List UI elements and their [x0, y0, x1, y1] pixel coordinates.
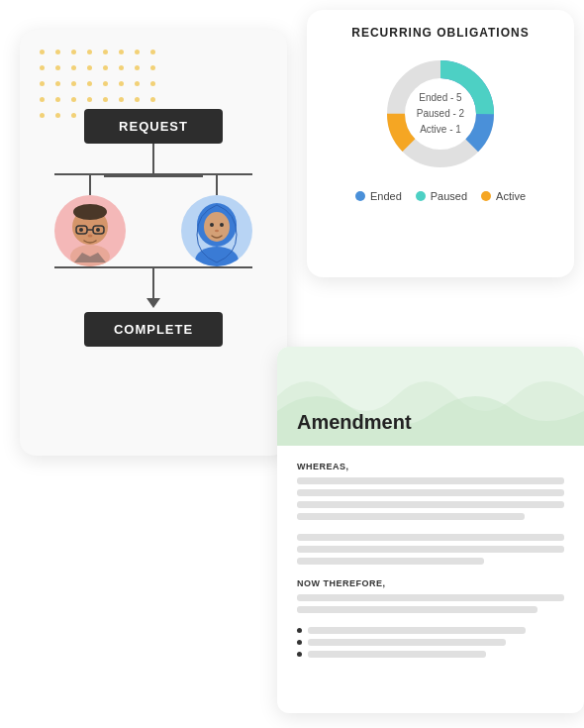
bullet-line: [308, 651, 486, 658]
svg-point-2: [73, 204, 107, 220]
now-therefore-label: NOW THEREFORE,: [297, 578, 564, 588]
wf-branch-left: [54, 175, 126, 266]
amendment-card: Amendment WHEREAS, NOW THEREFORE,: [277, 347, 584, 713]
bullet-dot: [297, 652, 302, 657]
svg-point-8: [88, 235, 93, 238]
doc-line: [297, 546, 564, 553]
bullet-line: [308, 627, 526, 634]
wf-branch-right: [181, 175, 252, 266]
doc-line: [297, 534, 564, 541]
wf-branches: [54, 175, 252, 266]
donut-card: RECURRING OBLIGATIONS Ended - 5 Paused -…: [307, 10, 574, 277]
doc-line: [297, 513, 525, 520]
scene: REQUEST: [0, 0, 584, 728]
bullet-dot: [297, 640, 302, 645]
avatar-male-svg: [54, 195, 126, 266]
bullet-dot: [297, 628, 302, 633]
wf-line-1: [152, 144, 154, 173]
chart-legend: Ended Paused Active: [327, 190, 554, 202]
bullet-list: [297, 627, 564, 658]
donut-label-ended: Ended - 5: [417, 90, 464, 106]
legend-label-active: Active: [496, 190, 526, 202]
wf-arrow: [146, 298, 160, 308]
svg-point-0: [70, 245, 110, 266]
legend-item-ended: Ended: [355, 190, 402, 202]
whereas-lines: [297, 477, 564, 520]
complete-box: COMPLETE: [84, 312, 223, 347]
bullet-item-1: [297, 627, 564, 634]
avatar-male: [54, 195, 126, 266]
donut-label-active: Active - 1: [417, 122, 464, 138]
doc-line: [297, 477, 564, 484]
svg-point-14: [215, 230, 219, 232]
doc-line: [297, 501, 564, 508]
svg-point-13: [220, 223, 224, 227]
amendment-header: Amendment: [277, 347, 584, 446]
legend-dot-active: [481, 191, 491, 201]
legend-dot-ended: [355, 191, 365, 201]
doc-line: [297, 558, 484, 565]
svg-point-6: [79, 228, 83, 232]
bullet-item-3: [297, 651, 564, 658]
whereas-label: WHEREAS,: [297, 462, 564, 471]
legend-item-paused: Paused: [416, 190, 467, 202]
doc-line: [297, 489, 564, 496]
doc-line: [297, 594, 564, 601]
doc-line: [297, 606, 537, 613]
svg-point-12: [210, 223, 214, 227]
avatar-female: [181, 195, 252, 266]
donut-center-labels: Ended - 5 Paused - 2 Active - 1: [417, 90, 464, 138]
request-box: REQUEST: [84, 109, 223, 144]
legend-label-ended: Ended: [370, 190, 402, 202]
legend-label-paused: Paused: [431, 190, 467, 202]
therefore-lines: [297, 594, 564, 613]
avatar-female-svg: [181, 195, 252, 266]
amendment-title: Amendment: [297, 411, 412, 434]
workflow-diagram: REQUEST: [49, 109, 257, 347]
bullet-line: [308, 639, 506, 646]
legend-dot-paused: [416, 191, 426, 201]
legend-item-active: Active: [481, 190, 526, 202]
donut-label-paused: Paused - 2: [417, 106, 464, 122]
amendment-body: WHEREAS, NOW THEREFORE,: [277, 446, 584, 678]
bullet-item-2: [297, 639, 564, 646]
svg-point-9: [195, 247, 239, 266]
donut-chart-title: RECURRING OBLIGATIONS: [327, 26, 554, 40]
wf-merge-vert: [152, 268, 154, 298]
donut-area: Ended - 5 Paused - 2 Active - 1: [327, 50, 554, 178]
workflow-card: REQUEST: [20, 30, 287, 456]
svg-point-7: [96, 228, 100, 232]
whereas-lines-2: [297, 534, 564, 565]
